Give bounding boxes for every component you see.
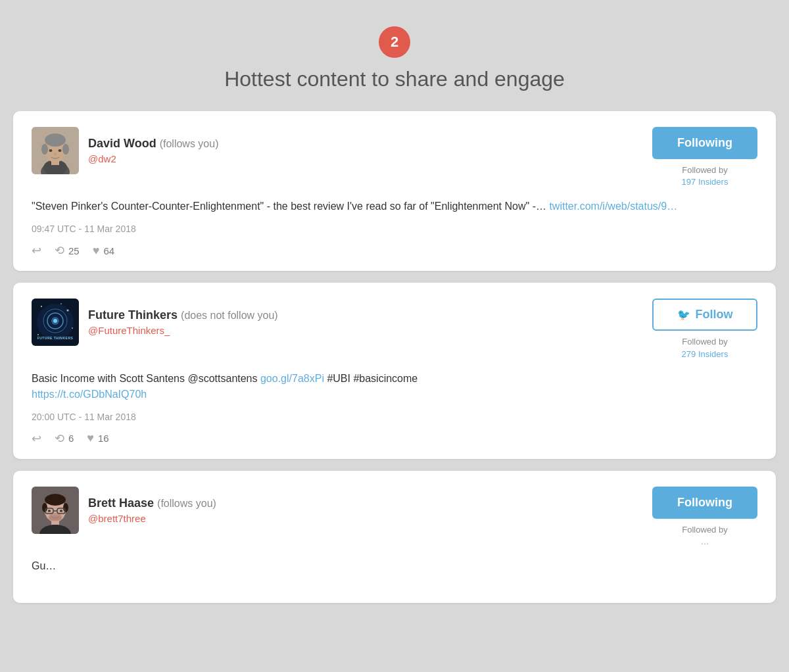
user-info-1: David Wood (follows you) @dw2 xyxy=(32,127,219,174)
follows-label-2: (does not follow you) xyxy=(181,310,278,321)
svg-point-15 xyxy=(72,327,73,329)
retweet-button-1[interactable]: 25 xyxy=(55,243,80,258)
user-info-3: Brett Haase (follows you) @brett7three xyxy=(32,487,216,534)
page-header: 2 Hottest content to share and engage xyxy=(13,13,776,111)
svg-point-7 xyxy=(62,144,69,155)
tweet-content-3: Gu… xyxy=(32,558,757,574)
svg-point-35 xyxy=(48,510,51,512)
tweet-card-1: David Wood (follows you) @dw2 Following … xyxy=(13,111,776,271)
followed-by-count-3: … xyxy=(682,536,727,548)
svg-point-17 xyxy=(60,303,62,304)
retweet-icon-2 xyxy=(55,431,64,446)
followed-by-label-2: Followed by xyxy=(682,337,727,347)
user-name-2: Future Thinkers (does not follow you) xyxy=(88,308,278,322)
reply-icon-1 xyxy=(32,243,41,258)
tweet-text-3: Gu… xyxy=(32,560,56,571)
user-text-3: Brett Haase (follows you) @brett7three xyxy=(88,496,216,524)
following-button-3[interactable]: Following xyxy=(652,487,757,519)
followed-by-count-2: 279 Insiders xyxy=(682,348,729,360)
tweet-text-1: "Steven Pinker's Counter-Counter-Enlight… xyxy=(32,201,546,212)
tweet-link2-2[interactable]: https://t.co/GDbNaIQ70h xyxy=(32,389,147,400)
action-area-2: 🐦 Follow Followed by 279 Insiders xyxy=(652,299,757,360)
svg-point-10 xyxy=(54,153,57,155)
action-area-1: Following Followed by 197 Insiders xyxy=(652,127,757,188)
avatar-3 xyxy=(32,487,79,534)
tweet-card-2: FUTURE THINKERS Future Thinkers (does no… xyxy=(13,283,776,458)
tweet-timestamp-2: 20:00 UTC - 11 Mar 2018 xyxy=(32,412,757,422)
like-count-1: 64 xyxy=(103,245,114,256)
reply-button-2[interactable] xyxy=(32,431,41,446)
user-text-2: Future Thinkers (does not follow you) @F… xyxy=(88,308,278,336)
tweet-actions-2: 6 16 xyxy=(32,431,757,446)
tweet-text-2b: #UBI #basicincome xyxy=(327,373,418,384)
svg-point-21 xyxy=(53,319,57,323)
user-name-3: Brett Haase (follows you) xyxy=(88,496,216,510)
user-name-text-2: Future Thinkers xyxy=(88,308,178,322)
user-name-1: David Wood (follows you) xyxy=(88,137,219,151)
svg-point-14 xyxy=(67,310,69,312)
svg-point-5 xyxy=(45,133,66,147)
like-button-2[interactable]: 16 xyxy=(87,431,108,445)
svg-point-9 xyxy=(59,149,62,152)
tweet-content-1: "Steven Pinker's Counter-Counter-Enlight… xyxy=(32,199,757,214)
follow-button-2[interactable]: 🐦 Follow xyxy=(652,299,757,331)
card-top-3: Brett Haase (follows you) @brett7three F… xyxy=(32,487,757,548)
user-handle-2[interactable]: @FutureThinkers_ xyxy=(88,325,278,336)
heart-icon-2 xyxy=(87,431,94,445)
svg-point-29 xyxy=(63,503,68,512)
svg-point-6 xyxy=(41,144,48,155)
step-badge: 2 xyxy=(379,26,410,58)
followed-by-3: Followed by … xyxy=(682,524,727,548)
heart-icon-1 xyxy=(93,244,100,258)
tweet-content-2: Basic Income with Scott Santens @scottsa… xyxy=(32,371,757,402)
svg-point-13 xyxy=(41,306,42,307)
tweet-actions-1: 25 64 xyxy=(32,243,757,258)
svg-point-28 xyxy=(42,503,47,512)
tweet-card-3: Brett Haase (follows you) @brett7three F… xyxy=(13,471,776,603)
svg-text:FUTURE THINKERS: FUTURE THINKERS xyxy=(37,336,74,340)
retweet-count-1: 25 xyxy=(68,245,80,256)
page-container: 2 Hottest content to share and engage xyxy=(0,13,789,603)
svg-point-8 xyxy=(49,149,53,152)
like-button-1[interactable]: 64 xyxy=(93,244,114,258)
page-title: Hottest content to share and engage xyxy=(224,67,565,91)
follows-label-3: (follows you) xyxy=(157,498,216,509)
tweet-timestamp-1: 09:47 UTC - 11 Mar 2018 xyxy=(32,224,757,234)
followed-by-label-1: Followed by xyxy=(682,165,727,175)
followed-by-2: Followed by 279 Insiders xyxy=(682,336,729,360)
reply-icon-2 xyxy=(32,431,41,446)
tweet-text-2a: Basic Income with Scott Santens @scottsa… xyxy=(32,373,258,384)
tweet-link-1[interactable]: twitter.com/i/web/status/9… xyxy=(549,201,677,212)
followed-by-label-3: Followed by xyxy=(682,525,727,535)
avatar-1 xyxy=(32,127,79,174)
follows-label-1: (follows you) xyxy=(160,138,219,149)
retweet-button-2[interactable]: 6 xyxy=(55,431,74,446)
svg-point-36 xyxy=(60,510,62,512)
like-count-2: 16 xyxy=(98,433,109,444)
followed-by-count-1: 197 Insiders xyxy=(682,176,729,188)
user-name-text-3: Brett Haase xyxy=(88,496,154,510)
action-area-3: Following Followed by … xyxy=(652,487,757,548)
tweet-link-mid-2[interactable]: goo.gl/7a8xPi xyxy=(260,373,324,384)
retweet-icon-1 xyxy=(55,243,64,258)
reply-button-1[interactable] xyxy=(32,243,41,258)
twitter-bird-icon: 🐦 xyxy=(677,308,690,321)
svg-point-16 xyxy=(37,334,39,335)
step-number: 2 xyxy=(391,34,398,51)
user-info-2: FUTURE THINKERS Future Thinkers (does no… xyxy=(32,299,278,346)
user-handle-1[interactable]: @dw2 xyxy=(88,153,219,164)
avatar-2: FUTURE THINKERS xyxy=(32,299,79,346)
user-handle-3[interactable]: @brett7three xyxy=(88,513,216,524)
card-top-1: David Wood (follows you) @dw2 Following … xyxy=(32,127,757,188)
follow-label-2: Follow xyxy=(696,308,733,322)
retweet-count-2: 6 xyxy=(68,433,74,444)
followed-by-1: Followed by 197 Insiders xyxy=(682,164,729,188)
user-name-text-1: David Wood xyxy=(88,137,156,150)
card-top-2: FUTURE THINKERS Future Thinkers (does no… xyxy=(32,299,757,360)
following-button-1[interactable]: Following xyxy=(652,127,757,159)
svg-point-27 xyxy=(45,494,66,506)
user-text-1: David Wood (follows you) @dw2 xyxy=(88,137,219,164)
